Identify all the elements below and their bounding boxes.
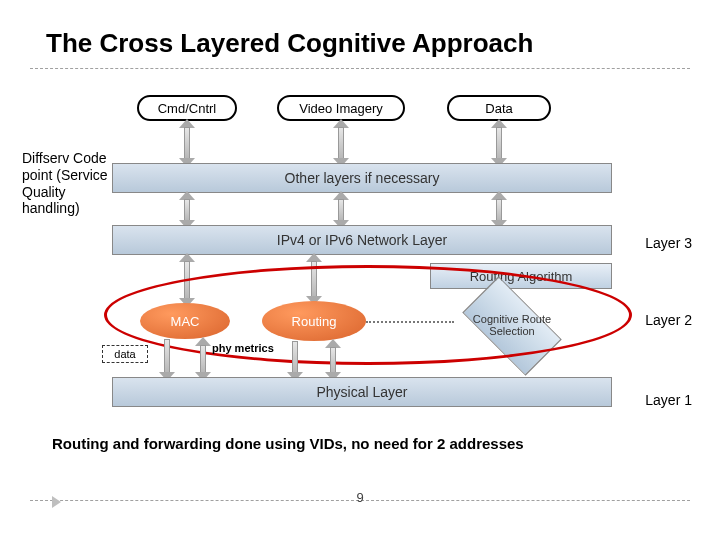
footer-caption: Routing and forwarding done using VIDs, … <box>52 435 524 452</box>
box-data: data <box>102 345 148 363</box>
bar-other-layers: Other layers if necessary <box>112 163 612 193</box>
label-diffserv: Diffserv Code point (Service Quality han… <box>22 150 112 217</box>
arrow-routing-phys-1 <box>288 341 302 379</box>
arrow-mac-phys-1 <box>160 339 174 379</box>
label-layer3: Layer 3 <box>645 235 692 252</box>
arrow-other-ip-2 <box>334 193 348 227</box>
arrow-video-down <box>334 121 348 165</box>
arrow-mac-phys-2 <box>196 339 210 379</box>
bar-ip-layer: IPv4 or IPv6 Network Layer <box>112 225 612 255</box>
capsule-cmd: Cmd/Cntrl <box>137 95 237 121</box>
arrow-data-down <box>492 121 506 165</box>
title-divider <box>30 68 690 69</box>
page-number: 9 <box>356 490 363 505</box>
bar-physical-layer: Physical Layer <box>112 377 612 407</box>
highlight-oval <box>104 265 632 365</box>
arrow-routing-phys-2 <box>326 341 340 379</box>
capsule-data: Data <box>447 95 551 121</box>
play-icon <box>52 496 61 508</box>
arrow-other-ip-3 <box>492 193 506 227</box>
slide-title: The Cross Layered Cognitive Approach <box>46 28 533 59</box>
diagram-area: Cmd/Cntrl Video Imagery Data Other layer… <box>112 95 632 415</box>
label-layer2: Layer 2 <box>645 312 692 329</box>
label-phy-metrics: phy metrics <box>212 343 274 355</box>
label-layer1: Layer 1 <box>645 392 692 409</box>
arrow-cmd-down <box>180 121 194 165</box>
arrow-other-ip-1 <box>180 193 194 227</box>
capsule-video: Video Imagery <box>277 95 405 121</box>
